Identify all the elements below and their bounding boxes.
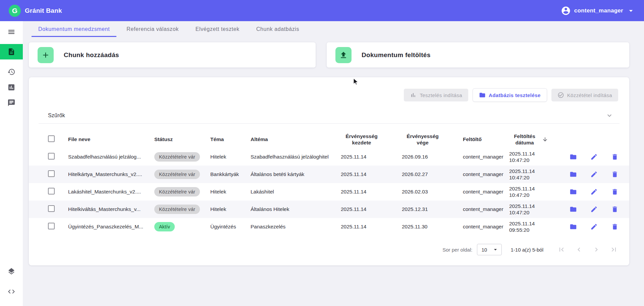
upload-icon[interactable] — [335, 47, 352, 63]
sidebar-item-layers[interactable] — [0, 264, 23, 279]
first-page-button[interactable] — [557, 246, 566, 254]
tab-label: Chunk adatbázis — [256, 26, 299, 32]
database-test-button[interactable]: Adatbázis tesztelése — [473, 89, 547, 101]
col-status: Státusz — [154, 136, 210, 142]
start-test-label: Tesztelés indítása — [420, 92, 462, 98]
row-checkbox[interactable] — [48, 188, 55, 194]
col-file-name: File neve — [68, 136, 154, 142]
filters-toggle[interactable]: Szűrők — [39, 107, 620, 124]
tab[interactable]: Chunk adatbázis — [250, 21, 306, 37]
file-name: Lakáshitel_Masterchunks_v2.... — [68, 189, 154, 195]
valid-to: 2026.09.16 — [402, 154, 463, 160]
sidebar-item-history[interactable] — [0, 64, 23, 80]
subtopic: Általános betéti kártyák — [251, 171, 341, 177]
uploader: content_manager — [463, 224, 509, 230]
delete-icon[interactable] — [611, 206, 619, 213]
upload-date: 2025.11.14 — [509, 220, 559, 227]
edit-icon[interactable] — [590, 206, 598, 213]
col-topic: Téma — [210, 136, 251, 142]
layers-icon — [7, 267, 15, 275]
subtopic: Lakáshitel — [251, 189, 341, 195]
file-name: Ügyintézés_Panaszkezelés_M... — [68, 224, 154, 230]
brand-initial: G — [12, 7, 17, 15]
valid-to: 2026.02.03 — [402, 189, 463, 195]
tab[interactable]: Referencia válaszok — [120, 21, 185, 37]
bar-chart-icon — [410, 92, 417, 98]
user-menu[interactable]: content_manager — [561, 6, 635, 16]
valid-to: 2025.11.30 — [402, 224, 463, 230]
col-upload-date: Feltöltés dátuma — [509, 133, 540, 146]
folder-icon[interactable] — [570, 171, 577, 178]
previous-page-button[interactable] — [575, 246, 583, 254]
delete-icon[interactable] — [611, 153, 619, 161]
edit-icon[interactable] — [590, 153, 598, 161]
filters-label: Szűrők — [48, 113, 65, 119]
edit-icon[interactable] — [590, 171, 598, 178]
select-all-checkbox[interactable] — [48, 135, 55, 142]
table-row: Ügyintézés_Panaszkezelés_M... Aktív Ügyi… — [29, 218, 629, 235]
topic: Bankkártyák — [210, 171, 251, 177]
upload-time: 10:47:20 — [509, 174, 559, 181]
add-chunk-label: Chunk hozzáadás — [64, 51, 119, 59]
row-checkbox[interactable] — [48, 223, 55, 229]
status-badge: Közzétételre vár — [154, 205, 200, 214]
valid-from: 2025.11.14 — [341, 154, 402, 160]
plus-icon[interactable] — [38, 47, 54, 63]
next-page-button[interactable] — [592, 246, 600, 254]
valid-to: 2026.02.27 — [402, 171, 463, 177]
upload-time: 10:47:20 — [509, 192, 559, 198]
sidebar-item-chat[interactable] — [0, 95, 23, 111]
sidebar-item-documents[interactable] — [0, 44, 23, 59]
subtopic: Panaszkezelés — [251, 224, 341, 230]
edit-icon[interactable] — [590, 188, 598, 195]
sidebar-item-analytics[interactable] — [0, 80, 23, 95]
folder-icon[interactable] — [570, 153, 577, 161]
publish-label: Közzététel indítása — [567, 92, 612, 98]
topic: Hitelek — [210, 206, 251, 212]
upload-document-card[interactable]: Dokumentum feltöltés — [327, 42, 629, 68]
folder-icon[interactable] — [570, 206, 577, 213]
check-circle-icon — [557, 92, 564, 98]
menu-toggle-button[interactable] — [0, 26, 23, 38]
sort-descending-icon[interactable] — [542, 136, 548, 143]
edit-icon[interactable] — [590, 223, 598, 230]
sidebar-item-code[interactable] — [0, 284, 23, 299]
add-chunk-card[interactable]: Chunk hozzáadás — [29, 42, 316, 68]
delete-icon[interactable] — [611, 188, 619, 195]
table-row: Szabadfelhasználású jelzálog... Közzétét… — [29, 148, 629, 166]
upload-document-label: Dokumentum feltöltés — [362, 51, 431, 59]
row-checkbox[interactable] — [48, 170, 55, 177]
chevron-down-icon[interactable] — [605, 112, 613, 120]
last-page-button[interactable] — [610, 246, 618, 254]
status-badge: Közzétételre vár — [154, 152, 200, 162]
file-name: Hitelkártya_Masterchunks_v2.... — [68, 171, 154, 177]
chevron-down-icon[interactable] — [627, 6, 635, 15]
tab-label: Dokumentum menedzsment — [38, 26, 110, 32]
row-checkbox[interactable] — [48, 153, 55, 160]
start-test-button[interactable]: Tesztelés indítása — [404, 89, 468, 101]
table-toolbar: Tesztelés indítása Adatbázis tesztelése … — [404, 89, 618, 101]
menu-icon — [7, 28, 15, 36]
valid-from: 2025.11.14 — [341, 206, 402, 212]
topic: Hitelek — [210, 154, 251, 160]
status-badge: Közzétételre vár — [154, 187, 200, 196]
rows-per-page-select[interactable]: 10 — [477, 244, 502, 255]
upload-date: 2025.11.14 — [509, 150, 559, 157]
topic: Ügyintézés — [210, 224, 251, 230]
tab-label: Referencia válaszok — [126, 26, 178, 32]
brand-title: Gránit Bank — [25, 7, 62, 14]
uploader: content_manager — [463, 206, 509, 212]
delete-icon[interactable] — [611, 171, 619, 178]
tab[interactable]: Dokumentum menedzsment — [32, 21, 116, 37]
row-checkbox[interactable] — [48, 205, 55, 212]
rows-per-page-label: Sor per oldal: — [442, 247, 472, 253]
chevron-down-icon — [492, 246, 499, 253]
tab[interactable]: Elvégzett tesztek — [189, 21, 246, 37]
folder-icon[interactable] — [570, 223, 577, 230]
upload-date: 2025.11.14 — [509, 203, 559, 209]
publish-button[interactable]: Közzététel indítása — [551, 89, 618, 101]
avatar-icon — [561, 6, 571, 16]
chat-icon — [7, 99, 15, 107]
folder-icon[interactable] — [570, 188, 577, 195]
delete-icon[interactable] — [611, 223, 619, 230]
